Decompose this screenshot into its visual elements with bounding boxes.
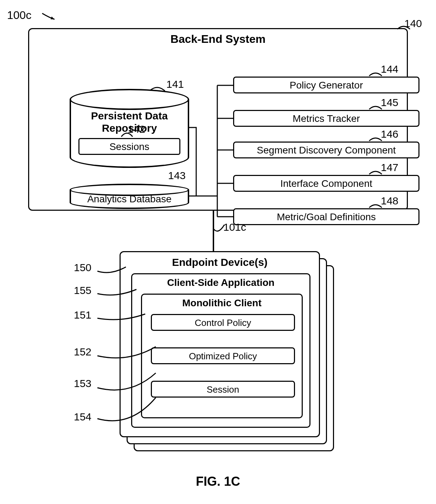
leader-swoosh — [368, 170, 383, 175]
metrics-tracker-box: Metrics Tracker — [233, 110, 419, 127]
ref-100c: 100c — [7, 9, 31, 22]
leader-swoosh — [211, 224, 225, 235]
policy-generator-box: Policy Generator — [233, 77, 419, 93]
leader-swoosh — [368, 71, 383, 77]
arrow-icon — [40, 11, 58, 21]
ref-152: 152 — [74, 346, 91, 358]
leader-swoosh — [121, 131, 133, 137]
segment-discovery-box: Segment Discovery Component — [233, 142, 419, 158]
ref-101c: 101c — [223, 221, 246, 233]
leader-line — [97, 313, 146, 324]
leader-line — [97, 266, 127, 277]
endpoint-title: Endpoint Device(s) — [121, 256, 319, 268]
leader-swoosh — [368, 136, 383, 142]
sessions-box: Sessions — [78, 138, 180, 155]
session-box: Session — [151, 381, 295, 398]
leader-line — [97, 397, 156, 428]
ref-148: 148 — [381, 195, 398, 207]
analytics-database: Analytics Database — [70, 184, 189, 208]
backend-title: Back-End System — [171, 33, 265, 46]
figure-caption: FIG. 1C — [0, 474, 436, 489]
ref-151: 151 — [74, 309, 91, 321]
ref-150: 150 — [74, 262, 91, 274]
ref-155: 155 — [74, 284, 91, 296]
optimized-policy-box: Optimized Policy — [151, 347, 295, 364]
ref-146: 146 — [381, 128, 398, 140]
interface-component-box: Interface Component — [233, 175, 419, 192]
leader-line — [97, 289, 137, 299]
ref-147: 147 — [381, 162, 398, 174]
csa-title: Client-Side Application — [132, 277, 309, 288]
leader-swoosh — [368, 105, 383, 110]
ref-144: 144 — [381, 63, 398, 75]
leader-swoosh — [368, 203, 383, 208]
analytics-db-label: Analytics Database — [70, 194, 189, 205]
metric-goal-definitions-box: Metric/Goal Definitions — [233, 208, 419, 225]
ref-153: 153 — [74, 378, 91, 390]
ref-143: 143 — [168, 170, 186, 182]
client-side-application-box: Client-Side Application Monolithic Clien… — [131, 273, 310, 428]
mono-title: Monolithic Client — [142, 297, 302, 309]
ref-154: 154 — [74, 411, 91, 423]
ref-145: 145 — [381, 97, 398, 109]
monolithic-client-box: Monolithic Client Control Policy Optimiz… — [141, 294, 303, 418]
svg-marker-0 — [51, 17, 54, 19]
leader-line — [97, 346, 156, 364]
backend-system-box: Back-End System Persistent Data Reposito… — [28, 28, 408, 211]
leader-line — [97, 372, 156, 397]
ref-141: 141 — [166, 78, 184, 90]
control-policy-box: Control Policy — [151, 314, 295, 331]
